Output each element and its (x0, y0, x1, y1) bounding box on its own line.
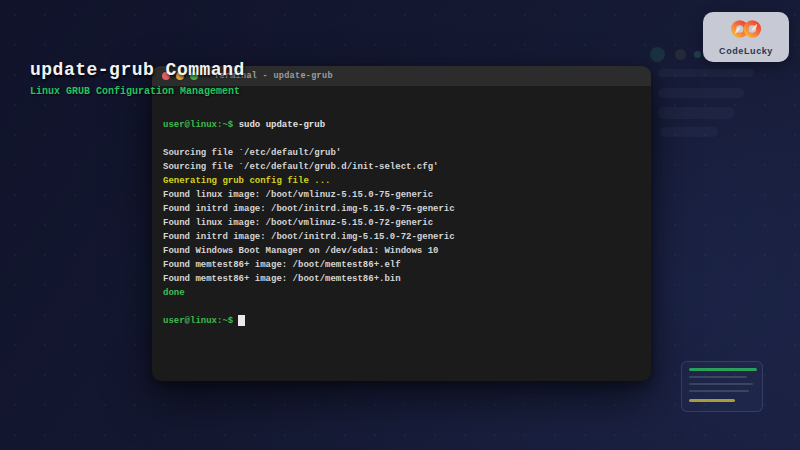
terminal-output-line: Found Windows Boot Manager on /dev/sda1:… (163, 244, 640, 258)
terminal-output-line: Found memtest86+ image: /boot/memtest86+… (163, 272, 640, 286)
decor-skeleton-bar (658, 88, 744, 98)
terminal-output-line: Found linux image: /boot/vmlinuz-5.15.0-… (163, 216, 640, 230)
terminal-window: Terminal - update-grub user@linux:~$ sud… (152, 66, 651, 381)
infinity-leaf-icon (725, 18, 767, 44)
decor-line-yellow (689, 399, 735, 402)
decor-line-gray (689, 383, 753, 385)
decor-skeleton-bar (658, 69, 754, 77)
terminal-output-line: Generating grub config file ... (163, 174, 640, 188)
decor-mini-terminal-card (681, 361, 763, 412)
terminal-output-line: Sourcing file `/etc/default/grub' (163, 146, 640, 160)
brand-badge: CodeLucky (703, 12, 789, 62)
terminal-command-line: user@linux:~$ sudo update-grub (163, 118, 640, 132)
page-heading: update-grub Command Linux GRUB Configura… (30, 60, 245, 97)
decor-skeleton-bar (658, 107, 734, 119)
decor-line-green (689, 368, 757, 371)
terminal-output-line (163, 132, 640, 146)
terminal-prompt-line[interactable]: user@linux:~$ (163, 314, 640, 328)
terminal-output-line: Found initrd image: /boot/initrd.img-5.1… (163, 230, 640, 244)
terminal-cursor (238, 315, 245, 326)
decor-glow-dot (675, 49, 686, 60)
terminal-output: Sourcing file `/etc/default/grub'Sourcin… (163, 132, 640, 314)
terminal-body[interactable]: user@linux:~$ sudo update-grub Sourcing … (152, 86, 651, 328)
page-title: update-grub Command (30, 60, 245, 80)
decor-glow-dot (650, 47, 665, 62)
page-subtitle: Linux GRUB Configuration Management (30, 86, 245, 97)
decor-skeleton-bar (660, 127, 718, 137)
decor-line-gray (689, 376, 747, 378)
terminal-output-line: Sourcing file `/etc/default/grub.d/init-… (163, 160, 640, 174)
terminal-output-line: Found memtest86+ image: /boot/memtest86+… (163, 258, 640, 272)
shell-command-text: sudo update-grub (239, 120, 325, 130)
decor-glow-dot (694, 51, 701, 58)
brand-name: CodeLucky (719, 46, 773, 56)
terminal-output-line: Found initrd image: /boot/initrd.img-5.1… (163, 202, 640, 216)
shell-prompt: user@linux:~$ (163, 316, 233, 326)
shell-prompt: user@linux:~$ (163, 120, 233, 130)
terminal-output-line (163, 300, 640, 314)
terminal-output-line: Found linux image: /boot/vmlinuz-5.15.0-… (163, 188, 640, 202)
terminal-output-line: done (163, 286, 640, 300)
decor-line-gray (689, 390, 749, 392)
